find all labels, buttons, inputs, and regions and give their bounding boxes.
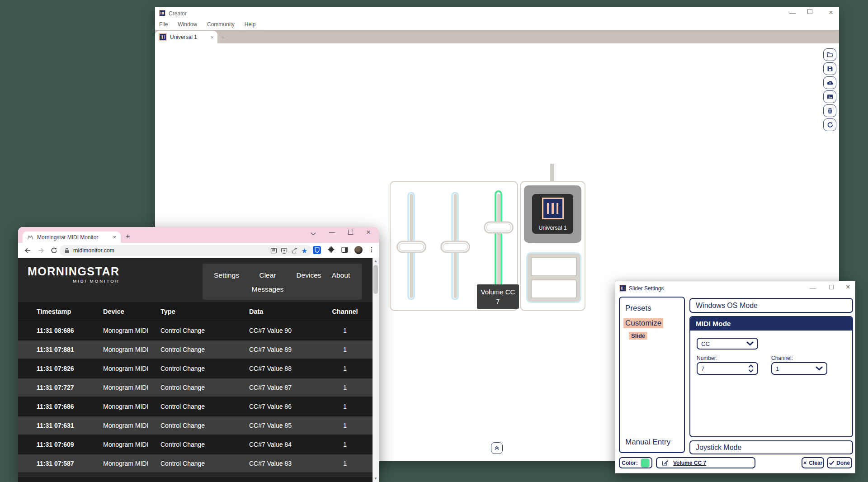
- chrome-chevron-down-icon[interactable]: [310, 232, 316, 236]
- slider-2-handle[interactable]: [440, 241, 470, 253]
- reload-icon[interactable]: [50, 246, 58, 255]
- trash-icon: [826, 107, 834, 114]
- export-image-button[interactable]: [823, 90, 836, 103]
- browser-tab-close-icon[interactable]: ×: [113, 234, 116, 241]
- open-file-button[interactable]: [823, 48, 836, 61]
- col-channel: Channel: [330, 308, 359, 315]
- nav-devices[interactable]: Devices: [294, 268, 324, 300]
- scroll-up-icon[interactable]: ▲: [373, 259, 379, 263]
- scrollbar-thumb[interactable]: [373, 265, 378, 294]
- save-floppy-icon: [826, 65, 834, 72]
- dialog-minimize-icon[interactable]: —: [810, 285, 816, 291]
- slider-2[interactable]: [451, 192, 459, 300]
- button-group: [526, 252, 581, 303]
- col-device: Device: [103, 308, 160, 315]
- expand-panel-button[interactable]: [491, 442, 503, 454]
- browser-window: Morningstar MIDI Monitor × + — × midimon…: [18, 227, 379, 482]
- refresh-button[interactable]: [823, 118, 836, 131]
- browser-maximize-icon[interactable]: [348, 230, 353, 235]
- done-button[interactable]: Done: [827, 457, 852, 468]
- menu-help[interactable]: Help: [245, 21, 256, 28]
- pad-button-2[interactable]: [531, 279, 577, 299]
- save-button[interactable]: [823, 62, 836, 75]
- color-swatch[interactable]: [641, 458, 650, 468]
- creator-window-title: Creator: [169, 10, 187, 17]
- message-type-select[interactable]: CC: [697, 338, 758, 350]
- morningstar-favicon: [27, 234, 33, 241]
- nav-manual-entry[interactable]: Manual Entry: [625, 438, 670, 447]
- address-bar[interactable]: midimonitor.com ★: [60, 245, 312, 256]
- install-app-icon[interactable]: [281, 247, 288, 254]
- menu-window[interactable]: Window: [178, 21, 197, 28]
- nav-settings[interactable]: Settings: [212, 268, 241, 300]
- menu-community[interactable]: Community: [207, 21, 235, 28]
- color-picker[interactable]: Color:: [619, 457, 652, 468]
- delete-button[interactable]: [823, 104, 836, 117]
- tab-universal-1[interactable]: Universal 1 ×: [155, 31, 217, 43]
- nav-customize[interactable]: Customize: [623, 318, 663, 328]
- windows-os-mode-label: Windows OS Mode: [696, 302, 758, 310]
- joystick-mode-section[interactable]: Joystick Mode: [689, 440, 853, 454]
- done-label: Done: [836, 460, 850, 466]
- minimize-icon[interactable]: —: [789, 9, 796, 16]
- slider-3-volume[interactable]: [495, 192, 502, 300]
- url-text[interactable]: midimonitor.com: [73, 247, 267, 254]
- mapping-name-field[interactable]: Volume CC 7: [656, 457, 755, 468]
- pad-button-1[interactable]: [531, 257, 577, 276]
- dialog-close-icon[interactable]: ×: [846, 284, 850, 291]
- slider-3-handle[interactable]: [484, 222, 514, 234]
- nav-clear-messages[interactable]: Clear Messages: [247, 268, 288, 300]
- channel-select[interactable]: 1: [771, 362, 827, 375]
- close-icon[interactable]: ×: [829, 9, 833, 16]
- maximize-icon[interactable]: [807, 9, 812, 14]
- slider-1-handle[interactable]: [396, 241, 426, 253]
- tab-close-icon[interactable]: ×: [210, 34, 214, 41]
- windows-os-mode-section[interactable]: Windows OS Mode: [689, 298, 853, 313]
- bitwarden-shield-icon[interactable]: [313, 246, 321, 254]
- side-panel-icon[interactable]: [341, 246, 349, 254]
- browser-titlebar[interactable]: Morningstar MIDI Monitor × + — ×: [18, 227, 379, 243]
- midi-mode-header[interactable]: MIDI Mode: [690, 317, 852, 331]
- midi-table-body: 11:31 08:686 Monogram MIDI Control Chang…: [18, 321, 373, 473]
- bookmark-star-icon[interactable]: ★: [302, 247, 307, 254]
- col-timestamp: Timestamp: [37, 308, 103, 315]
- menu-file[interactable]: File: [159, 21, 168, 28]
- page-scrollbar[interactable]: ▲ ▼: [373, 258, 379, 482]
- midi-mode-label: MIDI Mode: [696, 320, 731, 328]
- cloud-upload-button[interactable]: [823, 76, 836, 89]
- device-tile-universal-1[interactable]: Universal 1: [532, 194, 573, 234]
- slider-tooltip: Volume CC 7: [477, 284, 519, 309]
- table-row-partial: [18, 477, 373, 482]
- device-icon: [542, 198, 564, 219]
- browser-minimize-icon[interactable]: —: [329, 229, 335, 236]
- forward-icon[interactable]: [37, 246, 45, 255]
- scroll-down-icon[interactable]: ▼: [373, 477, 379, 481]
- menu-kebab-icon[interactable]: ⋮: [368, 246, 375, 253]
- extensions-puzzle-icon[interactable]: [327, 246, 335, 254]
- midimonitor-page: MORNINGSTAR MIDI MONITOR Settings Clear …: [18, 258, 379, 482]
- done-check-icon: [829, 461, 834, 465]
- browser-close-icon[interactable]: ×: [366, 228, 371, 237]
- clear-button[interactable]: × Clear: [802, 457, 824, 468]
- new-tab-icon[interactable]: +: [221, 33, 225, 41]
- nav-slide[interactable]: Slide: [629, 332, 647, 340]
- joystick-mode-label: Joystick Mode: [696, 444, 741, 452]
- clear-label: Clear: [809, 460, 822, 466]
- share-icon[interactable]: [291, 247, 298, 254]
- browser-new-tab-icon[interactable]: +: [126, 232, 130, 241]
- profile-avatar[interactable]: [354, 246, 363, 254]
- dialog-titlebar[interactable]: Slider Settings — ×: [615, 281, 855, 295]
- browser-tab-title: Morningstar MIDI Monitor: [37, 234, 109, 241]
- dialog-maximize-icon[interactable]: [829, 285, 834, 289]
- number-input[interactable]: 7: [697, 362, 758, 375]
- table-row: 11:31 07:881 Monogram MIDI Control Chang…: [18, 340, 373, 359]
- creator-titlebar[interactable]: Creator — ×: [155, 7, 839, 19]
- back-icon[interactable]: [24, 246, 32, 255]
- slider-1[interactable]: [407, 192, 415, 300]
- browser-tab[interactable]: Morningstar MIDI Monitor ×: [23, 232, 121, 243]
- nav-presets[interactable]: Presets: [625, 304, 651, 313]
- device-panel: Universal 1: [520, 181, 585, 311]
- midi-panel-icon[interactable]: [270, 247, 277, 254]
- spinner-icon[interactable]: [748, 364, 754, 373]
- nav-about[interactable]: About: [329, 268, 353, 300]
